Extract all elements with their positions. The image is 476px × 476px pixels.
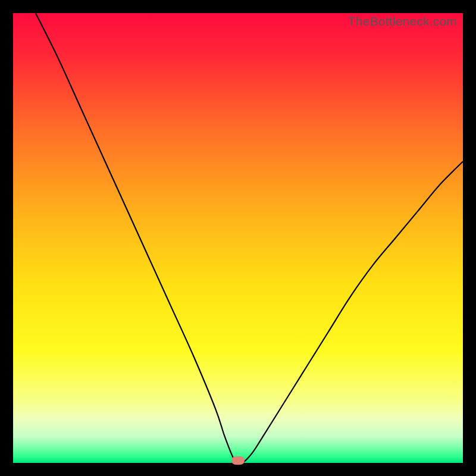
- watermark-text: TheBottleneck.com: [348, 14, 457, 29]
- optimal-point-marker: [231, 456, 245, 465]
- chart-stage: TheBottleneck.com: [0, 0, 476, 476]
- bottleneck-curve: [13, 13, 463, 463]
- plot-area: TheBottleneck.com: [13, 13, 463, 463]
